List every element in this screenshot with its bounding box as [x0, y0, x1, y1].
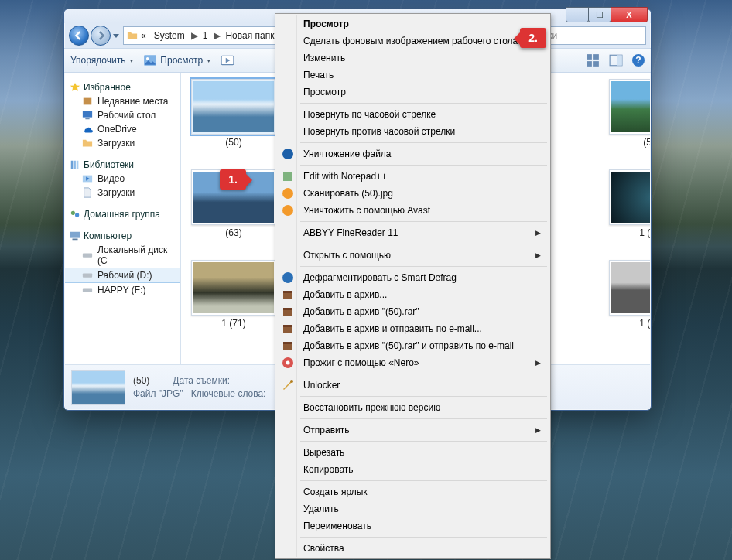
- menu-label: Сканировать (50).jpg: [303, 188, 393, 199]
- callout-2-label: 2.: [520, 28, 546, 48]
- computer-header[interactable]: Компьютер: [65, 229, 180, 243]
- avast-icon: [282, 204, 294, 217]
- svg-point-1: [146, 57, 149, 60]
- menu-item[interactable]: Edit with Notepad++: [277, 168, 549, 185]
- menu-separator: [300, 142, 547, 143]
- submenu-arrow-icon: ▶: [535, 426, 541, 434]
- details-type: Файл "JPG": [133, 388, 183, 399]
- menu-separator: [300, 441, 547, 442]
- sidebar-item-video[interactable]: Видео: [65, 172, 180, 186]
- thumbnail-selected[interactable]: (50): [187, 79, 280, 148]
- menu-item[interactable]: Печать: [277, 67, 549, 84]
- menu-item[interactable]: Unlocker: [277, 377, 549, 394]
- menu-label: Edit with Notepad++: [303, 171, 387, 182]
- menu-item[interactable]: Прожиг с помощью «Nero»▶: [277, 354, 549, 371]
- menu-item[interactable]: Свойства: [277, 540, 549, 557]
- menu-item[interactable]: Вырезать: [277, 444, 549, 461]
- sidebar-item-drive-f[interactable]: HAPPY (F:): [65, 283, 180, 297]
- menu-item[interactable]: Сканировать (50).jpg: [277, 185, 549, 202]
- help-button[interactable]: ?: [632, 54, 645, 67]
- document-icon: [82, 187, 93, 198]
- chevron-down-icon: ▼: [206, 58, 211, 63]
- maximize-icon: ☐: [596, 10, 604, 20]
- svg-rect-5: [587, 61, 592, 67]
- thumbnail[interactable]: 1 (70): [605, 169, 650, 238]
- context-menu: Просмотр Сделать фоновым изображением ра…: [275, 13, 551, 559]
- menu-item[interactable]: Просмотр: [277, 15, 549, 32]
- homegroup-header[interactable]: Домашняя группа: [65, 207, 180, 221]
- breadcrumb-part[interactable]: 1: [200, 27, 213, 44]
- view-options-icon[interactable]: [586, 53, 600, 67]
- menu-label: Печать: [303, 70, 334, 80]
- slideshow-button[interactable]: [221, 53, 234, 67]
- menu-item[interactable]: Повернуть против часовой стрелки: [277, 123, 549, 140]
- view-button[interactable]: Просмотр▼: [143, 53, 211, 67]
- maximize-button[interactable]: ☐: [588, 7, 611, 22]
- svg-rect-3: [587, 54, 592, 60]
- menu-item[interactable]: Создать ярлык: [277, 483, 549, 500]
- sidebar-item-recent[interactable]: Недавние места: [65, 94, 180, 108]
- libraries-header[interactable]: Библиотеки: [65, 158, 180, 172]
- menu-separator: [300, 396, 547, 397]
- svg-rect-31: [283, 308, 292, 310]
- menu-item[interactable]: Открыть с помощью▶: [277, 247, 549, 264]
- menu-item[interactable]: Удалить: [277, 500, 549, 517]
- winrar-icon: [282, 340, 294, 352]
- libraries-label: Библиотеки: [84, 159, 134, 170]
- menu-item[interactable]: Повернуть по часовой стрелке: [277, 106, 549, 123]
- thumbnail[interactable]: 1 (90): [605, 260, 650, 329]
- svg-rect-18: [70, 232, 80, 238]
- back-button[interactable]: [69, 26, 89, 46]
- menu-item[interactable]: Изменить: [277, 50, 549, 67]
- drive-icon: [82, 270, 93, 281]
- sidebar-item-onedrive[interactable]: OneDrive: [65, 122, 180, 136]
- chevron-right-icon: ▶: [212, 30, 222, 41]
- menu-label: Изменить: [303, 53, 345, 63]
- breadcrumb-part[interactable]: System: [151, 27, 190, 44]
- menu-label: Прожиг с помощью «Nero»: [303, 357, 419, 368]
- preview-pane-icon[interactable]: [609, 53, 623, 67]
- menu-item[interactable]: Добавить в архив...: [277, 286, 549, 303]
- history-dropdown-icon[interactable]: [112, 32, 120, 39]
- sidebar-item-drive-c[interactable]: Локальный диск (C: [65, 243, 180, 268]
- close-button[interactable]: X: [611, 7, 648, 22]
- winrar-icon: [282, 306, 294, 318]
- favorites-header[interactable]: Избранное: [65, 80, 180, 94]
- drive-icon: [82, 285, 93, 295]
- menu-item[interactable]: ABBYY FineReader 11▶: [277, 224, 549, 241]
- minimize-button[interactable]: ─: [566, 7, 589, 22]
- sidebar-item-drive-d[interactable]: Рабочий (D:): [65, 268, 180, 283]
- menu-item[interactable]: Копировать: [277, 461, 549, 478]
- menu-item[interactable]: Добавить в архив "(50).rar" и отправить …: [277, 337, 549, 354]
- forward-button[interactable]: [91, 26, 111, 46]
- menu-item[interactable]: Уничтожить с помощью Avast: [277, 202, 549, 219]
- folder-icon: [127, 30, 138, 41]
- menu-label: Уничтожение файла: [303, 149, 392, 159]
- thumbnail[interactable]: 1 (71): [187, 260, 280, 329]
- sidebar-item-downloads[interactable]: Загрузки: [65, 136, 180, 150]
- sidebar-item-desktop[interactable]: Рабочий стол: [65, 108, 180, 122]
- menu-item[interactable]: Добавить в архив и отправить по e-mail..…: [277, 320, 549, 337]
- item-label: Рабочий (D:): [97, 270, 152, 281]
- svg-rect-29: [283, 291, 292, 293]
- menu-separator: [300, 266, 547, 267]
- organize-button[interactable]: Упорядочить▼: [70, 55, 134, 66]
- sidebar-item-downloads2[interactable]: Загрузки: [65, 186, 180, 200]
- menu-item[interactable]: Уничтожение файла: [277, 145, 549, 162]
- menu-label: Добавить в архив...: [303, 289, 387, 300]
- thumbnail-label: (50): [225, 137, 241, 148]
- thumbnail[interactable]: (58): [605, 79, 650, 148]
- menu-item[interactable]: Добавить в архив "(50).rar": [277, 303, 549, 320]
- menu-item[interactable]: Дефрагментировать с Smart Defrag: [277, 269, 549, 286]
- menu-item[interactable]: Отправить▶: [277, 422, 549, 439]
- svg-point-25: [282, 188, 293, 199]
- item-label: Загрузки: [97, 138, 135, 149]
- nero-icon: [282, 357, 294, 369]
- forward-arrow-icon: [96, 31, 105, 40]
- menu-item[interactable]: Восстановить прежнюю версию: [277, 399, 549, 416]
- menu-item[interactable]: Просмотр: [277, 84, 549, 101]
- drive-icon: [82, 250, 93, 261]
- menu-item[interactable]: Переименовать: [277, 517, 549, 534]
- chevron-right-icon: ▶: [190, 30, 200, 41]
- thumbnail-label: (63): [225, 227, 241, 238]
